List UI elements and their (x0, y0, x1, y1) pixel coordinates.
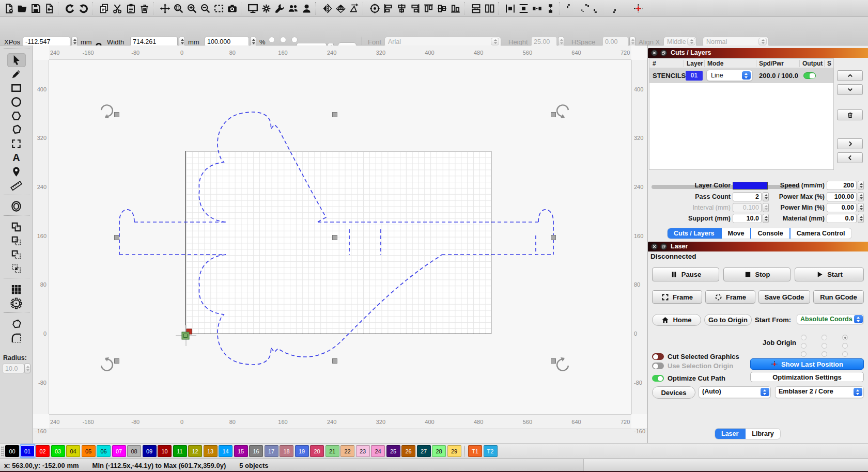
job-origin-dot-1-2[interactable] (842, 343, 848, 349)
toolbar-distribute-vertical-button[interactable] (517, 1, 530, 15)
optimization-settings-button[interactable]: Optimization Settings (750, 372, 864, 382)
tool-select-button[interactable] (7, 53, 26, 67)
toolbar-team-button[interactable] (286, 1, 300, 15)
tool-position-pin-button[interactable] (7, 165, 26, 179)
tool-boolean-intersect-button[interactable] (7, 262, 26, 276)
toolbar-move-to-lower-right-button[interactable] (605, 1, 618, 15)
palette-color-06[interactable]: 06 (97, 445, 111, 457)
tab-move[interactable]: Move (721, 228, 751, 239)
toolbar-camera-capture-button[interactable] (225, 1, 239, 15)
toolbar-focus-center-button[interactable] (368, 1, 381, 15)
cut-selected-toggle[interactable] (652, 353, 664, 360)
tab-cuts-layers[interactable]: Cuts / Layers (668, 228, 721, 239)
setting-input-speed-mm-m-[interactable]: 200 (827, 181, 857, 190)
tool-draw-lines-button[interactable] (7, 67, 26, 81)
palette-color-07[interactable]: 07 (112, 445, 126, 457)
devices-button[interactable]: Devices (652, 386, 695, 399)
toolbar-make-same-height-button[interactable] (483, 1, 496, 15)
toolbar-zoom-to-page-button[interactable] (172, 1, 185, 15)
tool-ellipse-button[interactable] (7, 95, 26, 109)
palette-color-09[interactable]: 09 (143, 445, 157, 457)
toolbar-move-to-upper-right-button[interactable] (578, 1, 591, 15)
close-icon[interactable] (651, 243, 658, 250)
palette-color-16[interactable]: 16 (249, 445, 263, 457)
setting-input-material-mm-[interactable]: 0.0 (827, 214, 857, 223)
toolbar-paste-button[interactable] (124, 1, 137, 15)
job-origin-dot-1-1[interactable] (822, 343, 827, 349)
close-icon[interactable] (651, 50, 658, 56)
style-chevron-icon[interactable] (758, 38, 767, 45)
palette-color-12[interactable]: 12 (188, 445, 202, 457)
palette-color-15[interactable]: 15 (234, 445, 248, 457)
palette-color-26[interactable]: 26 (401, 445, 415, 457)
anchor-dot-0-2[interactable] (291, 37, 298, 43)
palette-color-21[interactable]: 21 (326, 445, 339, 457)
laser-titlebar[interactable]: Laser (648, 242, 868, 251)
setting-stepper[interactable] (858, 203, 864, 212)
tool-measure-button[interactable] (7, 179, 26, 193)
palette-color-25[interactable]: 25 (386, 445, 400, 457)
alignx-chevron-icon[interactable] (687, 38, 695, 45)
tool-boolean-subtract-button[interactable] (7, 234, 26, 248)
toolbar-settings-gear-button[interactable] (259, 1, 273, 15)
toolbar-align-middle-button[interactable] (435, 1, 448, 15)
frame-circle-button[interactable]: Frame (705, 290, 755, 304)
save-gcode-button[interactable]: Save GCode (758, 290, 810, 304)
tool-corner-radius-button[interactable] (7, 331, 26, 345)
job-origin-dot-0-0[interactable] (801, 335, 807, 340)
toolbar-copy-button[interactable] (97, 1, 111, 15)
job-origin-dot-0-2[interactable] (842, 335, 848, 340)
layer-row-stencils[interactable]: STENCILS 01 Line 200.0 / 100.0 (649, 68, 833, 83)
palette-color-T1[interactable]: T1 (468, 445, 482, 457)
tool-edit-nodes-shape-button[interactable] (7, 123, 26, 137)
palette-color-T2[interactable]: T2 (484, 445, 498, 457)
layer-delete-button[interactable] (837, 109, 863, 120)
toolbar-pan-move-button[interactable] (158, 1, 172, 15)
tool-rectangle-button[interactable] (7, 81, 26, 95)
home-button[interactable]: Home (652, 314, 701, 326)
palette-color-17[interactable]: 17 (265, 445, 278, 457)
tool-offset-shapes-button[interactable] (7, 199, 26, 213)
palette-color-00[interactable]: 00 (5, 445, 19, 457)
float-window-icon[interactable] (660, 243, 667, 250)
layer-left-button[interactable] (837, 152, 863, 163)
cuts-layer-table[interactable]: #LayerModeSpd/PwrOutputS STENCILS 01 Lin… (649, 58, 834, 170)
radius-input[interactable] (3, 364, 24, 373)
tool-grid-array-button[interactable] (7, 282, 26, 296)
palette-color-08[interactable]: 08 (127, 445, 141, 457)
toolbar-set-laser-position-button[interactable] (631, 1, 645, 15)
palette-color-20[interactable]: 20 (310, 445, 324, 457)
layer-right-button[interactable] (837, 138, 863, 149)
tool-text-frame-button[interactable] (7, 137, 26, 151)
layer-move-up-button[interactable] (837, 70, 863, 81)
tab-camera-control[interactable]: Camera Control (789, 228, 851, 239)
start-from-stepper-icon[interactable] (854, 315, 863, 323)
design-canvas[interactable]: 240-160-80080160240320400480560640720 24… (33, 45, 647, 443)
toolbar-cut-button[interactable] (111, 1, 124, 15)
layer-move-down-button[interactable] (837, 84, 863, 95)
setting-stepper[interactable] (858, 192, 864, 201)
toolbar-move-to-lower-left-button[interactable] (591, 1, 605, 15)
setting-input-power-max-[interactable]: 100.00 (827, 192, 857, 201)
tool-boolean-difference-button[interactable] (7, 248, 26, 262)
palette-color-14[interactable]: 14 (219, 445, 233, 457)
tool-edit-shape-button[interactable] (7, 317, 26, 331)
job-origin-dot-1-0[interactable] (801, 343, 807, 349)
show-last-position-button[interactable]: Show Last Position (750, 358, 864, 370)
palette-color-28[interactable]: 28 (432, 445, 446, 457)
toolbar-space-horizontal-button[interactable] (530, 1, 544, 15)
device-auto-combo[interactable]: (Auto) (699, 386, 771, 398)
setting-input-power-min-[interactable]: 0.00 (827, 203, 857, 212)
anchor-dot-0-1[interactable] (280, 37, 286, 43)
palette-color-11[interactable]: 11 (173, 445, 187, 457)
font-combo-chevron-icon[interactable] (491, 38, 499, 45)
start-button[interactable]: Start (795, 268, 864, 281)
toolbar-distribute-horizontal-button[interactable] (503, 1, 517, 15)
toolbar-new-file-button[interactable] (2, 1, 16, 15)
job-origin-dot-2-1[interactable] (822, 351, 827, 357)
optimize-cut-path-toggle[interactable] (652, 375, 664, 382)
toolbar-save-file-button[interactable] (29, 1, 42, 15)
toolbar-move-to-position-button[interactable] (618, 1, 631, 15)
palette-color-23[interactable]: 23 (356, 445, 370, 457)
toolbar-align-center-horizontal-button[interactable] (395, 1, 408, 15)
